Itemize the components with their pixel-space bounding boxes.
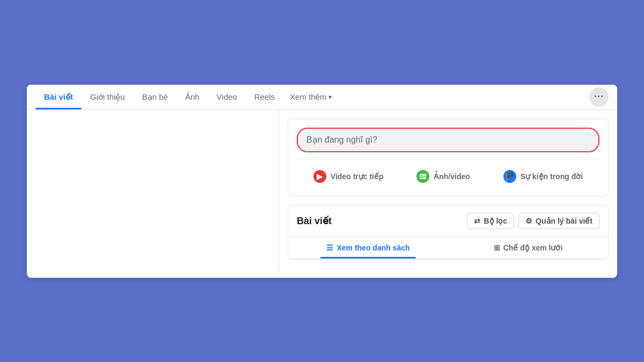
post-box: ▶ Video trực tiếp Ảnh/video: [288, 119, 609, 196]
chevron-down-icon: ▾: [328, 93, 332, 101]
tab-anh[interactable]: Ảnh: [177, 85, 208, 109]
life-event-button[interactable]: 🏴 Sự kiện trong đời: [497, 166, 589, 187]
gear-icon: ⚙: [525, 217, 532, 225]
tab-reels[interactable]: Reels: [246, 85, 283, 109]
view-list-tab[interactable]: ☰ Xem theo danh sách: [288, 237, 448, 258]
view-tabs: ☰ Xem theo danh sách ⊞ Chế độ xem lưới: [288, 237, 608, 259]
tab-video[interactable]: Video: [208, 85, 246, 109]
right-panel: ▶ Video trực tiếp Ảnh/video: [279, 110, 617, 271]
xem-them-label: Xem thêm: [290, 92, 326, 101]
main-card: Bài viết Giới thiệu Bạn bè Ảnh Video Ree…: [27, 85, 617, 278]
posts-header-actions: ⇄ Bộ lọc ⚙ Quản lý bài viết: [467, 213, 599, 229]
view-list-label: Xem theo danh sách: [336, 243, 409, 252]
photo-video-icon: [416, 170, 429, 183]
list-icon: ☰: [326, 243, 333, 252]
tab-ban-be[interactable]: Bạn bè: [134, 85, 177, 109]
post-actions: ▶ Video trực tiếp Ảnh/video: [297, 159, 599, 187]
live-video-label: Video trực tiếp: [331, 172, 384, 181]
posts-title: Bài viết: [297, 215, 332, 227]
tab-bar: Bài viết Giới thiệu Bạn bè Ảnh Video Ree…: [27, 85, 617, 110]
tab-xem-them[interactable]: Xem thêm ▾: [283, 85, 338, 109]
tab-bai-viet[interactable]: Bài viết: [35, 85, 82, 109]
filter-label: Bộ lọc: [484, 217, 507, 225]
tab-options-button[interactable]: ···: [589, 87, 609, 107]
life-event-label: Sự kiện trong đời: [521, 172, 583, 181]
photo-video-button[interactable]: Ảnh/video: [410, 166, 477, 187]
life-event-icon: 🏴: [503, 170, 516, 183]
tab-gioi-thieu[interactable]: Giới thiệu: [82, 85, 134, 109]
content-area: ▶ Video trực tiếp Ảnh/video: [27, 110, 617, 271]
live-video-button[interactable]: ▶ Video trực tiếp: [307, 166, 390, 187]
svg-point-1: [421, 175, 422, 176]
live-video-icon: ▶: [313, 170, 326, 183]
posts-header: Bài viết ⇄ Bộ lọc ⚙ Quản lý bài viết: [288, 205, 608, 237]
left-panel: [27, 110, 279, 271]
filter-icon: ⇄: [474, 217, 480, 225]
grid-icon: ⊞: [494, 243, 500, 252]
filter-button[interactable]: ⇄ Bộ lọc: [467, 213, 514, 229]
view-grid-label: Chế độ xem lưới: [503, 243, 563, 252]
post-input[interactable]: [297, 128, 599, 152]
manage-posts-button[interactable]: ⚙ Quản lý bài viết: [518, 213, 599, 229]
photo-video-label: Ảnh/video: [434, 172, 470, 181]
posts-section: Bài viết ⇄ Bộ lọc ⚙ Quản lý bài viết: [288, 205, 609, 260]
manage-posts-label: Quản lý bài viết: [536, 217, 592, 225]
view-grid-tab[interactable]: ⊞ Chế độ xem lưới: [448, 237, 608, 258]
